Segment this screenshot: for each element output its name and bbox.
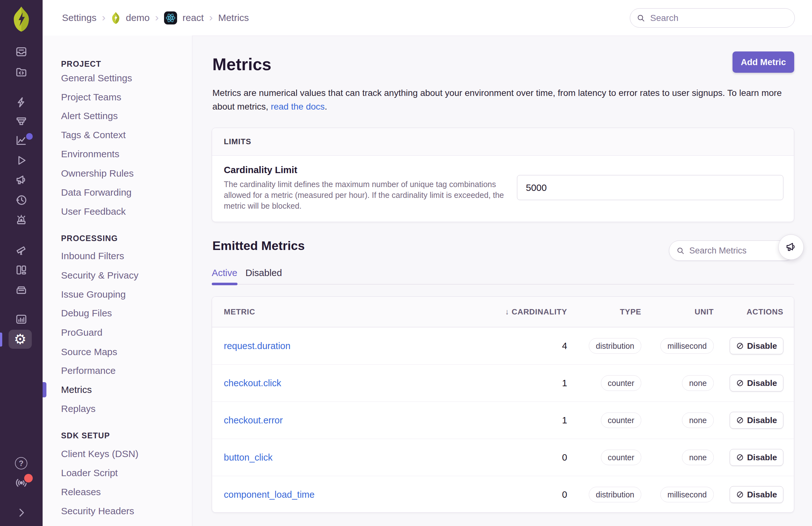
code-folder-icon[interactable] [15,66,28,78]
unit-badge: millisecond [660,487,714,502]
type-badge: counter [601,412,641,428]
metrics-table: METRIC ↓ CARDINALITY TYPE UNIT ACTIONS r… [212,296,794,513]
breadcrumb-org[interactable]: demo [126,12,150,23]
react-logo-icon [164,12,177,25]
megaphone-icon[interactable] [15,174,28,186]
org-avatar-icon [111,12,120,25]
clock-icon[interactable] [15,194,28,207]
sidebar-item-loader-script[interactable]: Loader Script [61,467,118,479]
sidebar-item-replays[interactable]: Replays [61,403,96,415]
unit-badge: none [682,450,714,465]
cardinality-limit-input[interactable] [517,175,783,200]
add-metric-button[interactable]: Add Metric [733,51,794,73]
disable-button[interactable]: Disable [730,486,783,503]
page-title: Metrics [212,55,272,74]
global-search-input[interactable] [650,13,784,24]
sentry-logo-icon[interactable] [8,6,35,32]
gear-icon: ⚙ [14,332,26,346]
disable-button[interactable]: Disable [730,337,783,355]
sidebar-item-issue-grouping[interactable]: Issue Grouping [61,289,126,300]
search-icon [676,246,685,255]
sidebar-item-security-privacy[interactable]: Security & Privacy [61,270,138,281]
disable-button[interactable]: Disable [730,375,783,392]
metric-name-link[interactable]: button_click [224,452,273,463]
tab-active[interactable]: Active [212,268,237,278]
sidebar-item-performance[interactable]: Performance [61,365,116,376]
metrics-search-input[interactable] [688,245,776,256]
help-icon[interactable]: ? [15,457,28,470]
box-icon[interactable] [15,283,28,296]
disable-icon [736,342,744,350]
chevron-separator-icon: › [155,12,159,24]
column-unit: UNIT [695,307,714,316]
funnel-icon[interactable] [15,115,28,128]
sidebar-item-metrics[interactable]: Metrics [61,384,92,395]
sidebar-item-alert-settings[interactable]: Alert Settings [61,110,118,122]
disable-icon [736,379,744,387]
lightning-icon[interactable] [15,96,28,109]
settings-rail-item[interactable]: ⚙ [9,330,32,349]
sort-desc-icon: ↓ [505,307,509,316]
feedback-button[interactable] [778,235,804,260]
global-search[interactable] [630,8,795,28]
read-the-docs-link[interactable]: read the docs [271,102,325,111]
breadcrumb-settings[interactable]: Settings [62,12,96,23]
metric-name-link[interactable]: checkout.click [224,378,281,389]
bar-chart-icon[interactable] [15,313,28,326]
metric-name-link[interactable]: checkout.error [224,415,282,426]
siren-icon[interactable] [15,214,28,226]
sidebar-item-debug-files[interactable]: Debug Files [61,307,112,319]
tab-divider [212,284,794,285]
telescope-icon[interactable] [15,244,28,257]
page-description: Metrics are numerical values that can tr… [212,86,799,114]
megaphone-icon [785,241,797,253]
sidebar-item-security-headers[interactable]: Security Headers [61,505,134,517]
sidebar-item-data-forwarding[interactable]: Data Forwarding [61,187,132,198]
sidebar-item-client-keys[interactable]: Client Keys (DSN) [61,448,138,460]
sidebar-item-inbound-filters[interactable]: Inbound Filters [61,250,124,262]
cardinality-limit-label: Cardinality Limit [224,165,297,175]
search-icon [637,14,646,22]
inbox-icon[interactable] [15,45,28,58]
chevron-separator-icon: › [102,12,105,24]
cardinality-limit-help: The cardinality limit defines the maximu… [224,179,521,211]
chevron-right-icon[interactable] [15,506,28,519]
emitted-metrics-title: Emitted Metrics [212,239,305,253]
table-row: button_click 0 counter none Disable [212,439,794,476]
play-icon[interactable] [15,154,28,167]
layout-icon[interactable] [15,264,28,276]
cardinality-value: 0 [562,490,567,500]
metrics-search[interactable] [669,240,795,261]
settings-sidebar: PROJECT General Settings Project Teams A… [43,35,192,526]
tab-disabled[interactable]: Disabled [245,268,282,278]
sidebar-item-source-maps[interactable]: Source Maps [61,346,117,358]
disable-icon [736,454,744,462]
column-actions: ACTIONS [746,307,783,316]
sidebar-item-project-teams[interactable]: Project Teams [61,91,121,103]
sidebar-item-releases[interactable]: Releases [61,486,101,498]
sidebar-item-ownership-rules[interactable]: Ownership Rules [61,168,133,179]
breadcrumb-project[interactable]: react [183,12,204,23]
limits-panel-header: LIMITS [212,128,794,156]
sidebar-item-general-settings[interactable]: General Settings [61,72,132,84]
chevron-separator-icon: › [209,12,213,24]
chart-line-icon[interactable] [15,134,28,147]
sidebar-item-user-feedback[interactable]: User Feedback [61,206,126,217]
metric-name-link[interactable]: component_load_time [224,490,315,500]
disable-button[interactable]: Disable [730,449,783,466]
type-badge: distribution [589,338,641,354]
whats-new-badge [24,474,33,482]
disable-button[interactable]: Disable [730,412,783,429]
sidebar-item-proguard[interactable]: ProGuard [61,327,102,338]
type-badge: distribution [589,487,641,502]
unit-badge: none [682,412,714,428]
metric-name-link[interactable]: request.duration [224,341,291,351]
column-type: TYPE [620,307,641,316]
sidebar-item-environments[interactable]: Environments [61,148,119,160]
sidebar-item-tags-context[interactable]: Tags & Context [61,129,126,141]
breadcrumb-page: Metrics [218,12,249,23]
limits-panel: LIMITS Cardinality Limit The cardinality… [212,128,794,222]
rail-active-indicator [0,333,2,347]
cardinality-value: 1 [562,378,567,389]
column-cardinality[interactable]: ↓ CARDINALITY [505,307,567,316]
